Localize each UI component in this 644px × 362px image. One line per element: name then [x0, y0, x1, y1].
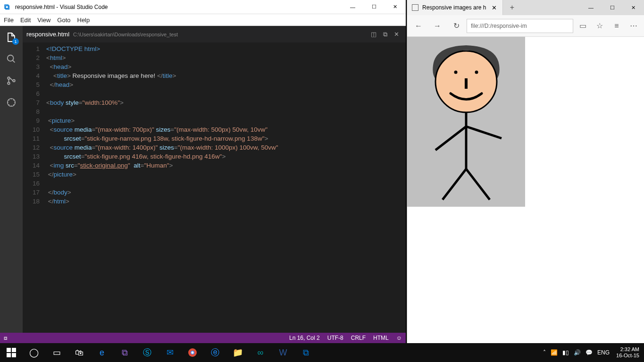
- vscode-body: 1 responsive.html C:\Users\sakirtan\Down…: [0, 26, 406, 333]
- edge-tab[interactable]: Responsive images are h ✕: [407, 0, 503, 15]
- task-view-icon[interactable]: ▭: [45, 343, 68, 362]
- clock-time: 2:32 AM: [616, 346, 639, 353]
- svg-point-7: [454, 71, 458, 74]
- input-language[interactable]: ENG: [597, 349, 610, 356]
- edge-viewport[interactable]: [407, 37, 644, 343]
- svg-rect-15: [7, 348, 11, 352]
- chrome-icon[interactable]: [181, 343, 204, 362]
- search-icon[interactable]: [5, 52, 18, 66]
- vscode-logo-icon: ⧉: [0, 0, 13, 14]
- new-tab-button[interactable]: +: [503, 0, 521, 15]
- forward-button[interactable]: →: [429, 17, 446, 34]
- editor-tab-row: responsive.html C:\Users\sakirtan\Downlo…: [23, 26, 406, 42]
- vscode-titlebar[interactable]: ⧉ responsive.html - Visual Studio Code —…: [0, 0, 406, 14]
- vscode-title-text: responsive.html - Visual Studio Code: [13, 4, 342, 10]
- svg-point-4: [13, 80, 15, 82]
- menu-edit[interactable]: Edit: [20, 17, 31, 24]
- menu-file[interactable]: File: [4, 17, 14, 24]
- outlook-icon[interactable]: ✉: [159, 343, 181, 362]
- menu-view[interactable]: View: [37, 17, 50, 24]
- tray-chevron-icon[interactable]: ˄: [543, 349, 546, 356]
- tab-filename[interactable]: responsive.html: [26, 31, 69, 38]
- debug-icon[interactable]: [5, 96, 18, 109]
- vscode-menubar: File Edit View Goto Help: [0, 14, 406, 26]
- svg-point-3: [8, 82, 10, 84]
- arduino-icon[interactable]: ∞: [249, 343, 272, 362]
- edge-window: Responsive images are h ✕ + — ☐ ✕ ← → ↻ …: [407, 0, 644, 343]
- page-icon: [412, 4, 418, 11]
- system-tray[interactable]: ˄ 📶 ▮▯ 🔊 💬 ENG: [541, 349, 611, 356]
- reading-view-icon[interactable]: ▭: [575, 18, 590, 34]
- close-tab-icon[interactable]: ✕: [391, 29, 402, 40]
- url-bar[interactable]: file:///D:/responsive-im: [467, 19, 573, 33]
- minimize-button[interactable]: —: [342, 0, 363, 14]
- code-editor[interactable]: 123456789101112131415161718 <!DOCTYPE ht…: [23, 42, 406, 333]
- back-button[interactable]: ←: [410, 17, 427, 34]
- edge-titlebar[interactable]: Responsive images are h ✕ + — ☐ ✕: [407, 0, 644, 15]
- svg-line-12: [466, 126, 502, 138]
- vscode-taskbar-icon[interactable]: ⧉: [294, 343, 317, 362]
- clock-date: 16-Oct-15: [616, 353, 639, 359]
- svg-point-8: [475, 71, 478, 74]
- volume-icon[interactable]: 🔊: [574, 349, 581, 356]
- edge-toolbar: ← → ↻ file:///D:/responsive-im ▭ ☆ ≡ ⋯: [407, 15, 644, 37]
- more-actions-icon[interactable]: ⧉: [379, 29, 391, 40]
- file-explorer-icon[interactable]: 📁: [226, 343, 249, 362]
- editor-area: responsive.html C:\Users\sakirtan\Downlo…: [23, 26, 406, 333]
- more-icon[interactable]: ⋯: [626, 18, 641, 34]
- refresh-button[interactable]: ↻: [448, 17, 465, 34]
- cortana-icon[interactable]: ◯: [23, 343, 45, 362]
- status-feedback-icon[interactable]: ☺: [396, 335, 402, 341]
- status-position[interactable]: Ln 16, Col 2: [289, 335, 320, 341]
- status-branch-icon[interactable]: ⧈: [4, 335, 8, 341]
- edge-minimize-button[interactable]: —: [580, 0, 602, 15]
- svg-line-11: [435, 126, 466, 150]
- svg-point-0: [8, 55, 14, 61]
- svg-line-1: [13, 60, 15, 63]
- tab-filepath: C:\Users\sakirtan\Downloads\responsive_t…: [73, 32, 178, 37]
- line-gutter: 123456789101112131415161718: [23, 42, 46, 333]
- split-editor-icon[interactable]: ◫: [368, 29, 379, 40]
- explorer-icon[interactable]: 1: [5, 31, 18, 44]
- favorite-icon[interactable]: ☆: [592, 18, 607, 34]
- wifi-icon[interactable]: 📶: [551, 349, 558, 356]
- svg-line-14: [466, 169, 490, 200]
- svg-rect-17: [7, 353, 11, 357]
- code-lines[interactable]: <!DOCTYPE html><html> <head> <title> Res…: [46, 42, 406, 333]
- edge-close-button[interactable]: ✕: [623, 0, 644, 15]
- edge-tab-title: Responsive images are h: [422, 4, 486, 11]
- vscode-statusbar: ⧈ Ln 16, Col 2 UTF-8 CRLF HTML ☺: [0, 333, 406, 343]
- activity-bar: 1: [0, 26, 23, 333]
- status-language[interactable]: HTML: [373, 335, 389, 341]
- hub-icon[interactable]: ≡: [609, 18, 624, 34]
- svg-rect-16: [12, 348, 16, 352]
- stick-figure-image: [407, 37, 525, 207]
- start-button[interactable]: [0, 343, 23, 362]
- notifications-icon[interactable]: 💬: [585, 349, 593, 356]
- battery-icon[interactable]: ▮▯: [562, 349, 569, 356]
- skype-icon[interactable]: Ⓢ: [136, 343, 159, 362]
- menu-goto[interactable]: Goto: [57, 17, 70, 24]
- menu-help[interactable]: Help: [77, 17, 90, 24]
- visualstudio-icon[interactable]: ⧉: [113, 343, 136, 362]
- store-icon[interactable]: 🛍: [68, 343, 91, 362]
- svg-rect-18: [12, 353, 16, 357]
- explorer-badge: 1: [12, 38, 19, 45]
- git-icon[interactable]: [5, 74, 18, 87]
- svg-rect-9: [465, 78, 468, 89]
- ie-icon[interactable]: ⓔ: [204, 343, 226, 362]
- edge-taskbar-icon[interactable]: e: [91, 343, 113, 362]
- word-icon[interactable]: W: [272, 343, 294, 362]
- status-encoding[interactable]: UTF-8: [327, 335, 343, 341]
- close-tab-icon[interactable]: ✕: [490, 4, 499, 11]
- maximize-button[interactable]: ☐: [363, 0, 385, 14]
- svg-point-5: [8, 99, 16, 107]
- windows-taskbar: ◯ ▭ 🛍 e ⧉ Ⓢ ✉ ⓔ 📁 ∞ W ⧉ ˄ 📶 ▮▯ 🔊 💬 ENG 2…: [0, 343, 644, 362]
- taskbar-clock[interactable]: 2:32 AM 16-Oct-15: [611, 346, 644, 359]
- status-eol[interactable]: CRLF: [351, 335, 366, 341]
- svg-line-13: [443, 169, 466, 200]
- svg-point-21: [192, 352, 194, 354]
- close-button[interactable]: ✕: [385, 0, 406, 14]
- svg-point-2: [8, 77, 10, 79]
- edge-maximize-button[interactable]: ☐: [602, 0, 623, 15]
